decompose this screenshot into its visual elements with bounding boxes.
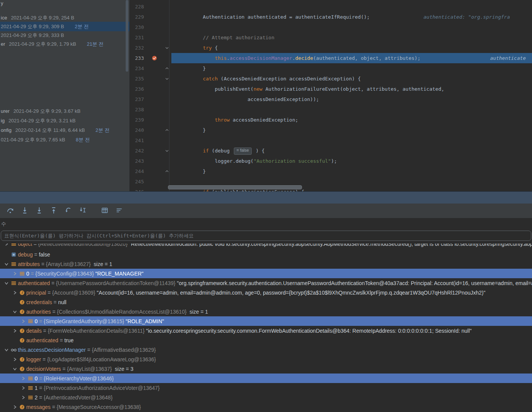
line-number[interactable]: 235 bbox=[130, 74, 146, 84]
variable-row[interactable]: flogger = {LogAdapter$Slf4jLocationAware… bbox=[0, 354, 532, 364]
code-text[interactable] bbox=[171, 104, 532, 115]
expander-right-icon[interactable] bbox=[11, 291, 18, 295]
line-number[interactable]: 229 bbox=[130, 12, 146, 22]
variable-row[interactable]: 0 = {SecurityConfig@13643} "ROLE_MANAGER… bbox=[0, 269, 532, 278]
variable-row[interactable]: fcredentials = null bbox=[0, 297, 532, 307]
variable-row[interactable]: 0 = {SimpleGrantedAuthority@13615} "ROLE… bbox=[0, 316, 532, 326]
expander-down-icon[interactable] bbox=[3, 281, 10, 285]
expander-right-icon[interactable] bbox=[11, 405, 18, 409]
expander-right-icon[interactable] bbox=[3, 244, 10, 246]
file-row[interactable]: er2021-04-29 오후 9:29, 1.79 kB21분 전 bbox=[0, 39, 129, 49]
step-out-button[interactable] bbox=[49, 206, 59, 216]
drop-frame-button[interactable] bbox=[63, 206, 73, 216]
file-row[interactable]: ig2021-04-29 오후 9:29, 3.21 kB bbox=[0, 116, 129, 125]
expander-right-icon[interactable] bbox=[11, 329, 18, 333]
variable-row[interactable]: fdecisionVoters = {ArrayList@13637} size… bbox=[0, 364, 532, 374]
variable-row[interactable]: fmessages = {MessageSourceAccessor@13638… bbox=[0, 402, 532, 412]
variable-row[interactable]: authenticated = {UsernamePasswordAuthent… bbox=[0, 278, 532, 288]
force-step-into-button[interactable] bbox=[34, 206, 44, 216]
expander-down-icon[interactable] bbox=[11, 367, 18, 371]
expander-right-icon[interactable] bbox=[20, 386, 27, 390]
variable-row[interactable]: attributes = {ArrayList@13627} size = 1 bbox=[0, 259, 532, 269]
variable-row[interactable]: fauthenticated = true bbox=[0, 335, 532, 345]
fold-close-icon[interactable] bbox=[162, 166, 171, 176]
code-text[interactable]: accessDeniedException)); bbox=[171, 94, 532, 104]
line-number[interactable]: 244 bbox=[130, 166, 146, 176]
code-text[interactable]: catch (AccessDeniedException accessDenie… bbox=[171, 74, 532, 84]
expander-down-icon[interactable] bbox=[3, 348, 10, 352]
fold-open-icon[interactable] bbox=[162, 43, 171, 53]
expander-right-icon[interactable] bbox=[20, 319, 27, 323]
run-to-cursor-button[interactable] bbox=[78, 206, 88, 216]
code-text[interactable]: try { bbox=[171, 43, 532, 53]
file-panel-scrollbar[interactable] bbox=[126, 0, 128, 72]
code-text[interactable]: } bbox=[171, 166, 532, 176]
variable-name: credentials bbox=[26, 299, 52, 305]
code-text[interactable] bbox=[171, 22, 532, 32]
code-text[interactable]: throw accessDeniedException; bbox=[171, 115, 532, 125]
file-row[interactable]: ice2021-04-29 오후 9:29, 254 B bbox=[0, 13, 129, 22]
line-number[interactable]: 238 bbox=[130, 104, 146, 115]
variable-row[interactable]: 2 = {AuthenticatedVoter@13648} bbox=[0, 393, 532, 402]
line-number[interactable]: 241 bbox=[130, 135, 146, 146]
line-number[interactable]: 236 bbox=[130, 84, 146, 94]
line-number[interactable]: 243 bbox=[130, 156, 146, 166]
line-number[interactable]: 239 bbox=[130, 115, 146, 125]
code-text[interactable]: Authentication authenticated = authentic… bbox=[171, 12, 532, 22]
code-text[interactable]: // Attempt authorization bbox=[171, 32, 532, 43]
line-number[interactable]: 245 bbox=[130, 176, 146, 187]
file-row[interactable]: onfig2022-02-14 오후 11:49, 6.44 kB2분 전 bbox=[0, 125, 129, 135]
editor-horizontal-scrollbar[interactable] bbox=[168, 185, 302, 189]
variable-row[interactable]: debug = false bbox=[0, 250, 532, 259]
variable-row[interactable]: fauthorities = {Collections$Unmodifiable… bbox=[0, 307, 532, 316]
line-number[interactable]: 228 bbox=[130, 2, 146, 12]
expander-down-icon[interactable] bbox=[3, 262, 10, 266]
file-row[interactable]: 2021-04-29 오후 9:29, 333 B bbox=[0, 30, 129, 40]
variable-row[interactable]: 0 = {RoleHierarchyVoter@13646} bbox=[0, 374, 532, 383]
code-text[interactable]: logger.debug("Authorization successful")… bbox=[171, 156, 532, 166]
evaluate-expression-input[interactable]: 표현식(Enter)을(를) 평가하거나 감시(Ctrl+Shift+Enter… bbox=[1, 231, 531, 241]
code-editor[interactable]: 228229 Authentication authenticated = au… bbox=[130, 0, 532, 191]
fold-close-icon[interactable] bbox=[162, 125, 171, 135]
code-text[interactable]: } bbox=[171, 125, 532, 135]
code-text[interactable]: this.accessDecisionManager.decide(authen… bbox=[171, 53, 532, 63]
line-number[interactable]: 232 bbox=[130, 43, 146, 53]
step-over-button[interactable] bbox=[5, 206, 15, 216]
fold-open-icon[interactable] bbox=[162, 146, 171, 156]
variable-row[interactable]: this.accessDecisionManager = {Affirmativ… bbox=[0, 345, 532, 354]
expander-right-icon[interactable] bbox=[20, 396, 27, 399]
code-text[interactable]: } bbox=[171, 63, 532, 74]
breakpoint-verified-icon[interactable] bbox=[146, 53, 162, 63]
view-as-table-button[interactable] bbox=[100, 206, 110, 216]
variable-row[interactable]: fdetails = {FormWebAuthenticationDetails… bbox=[0, 326, 532, 335]
variable-row[interactable]: 1 = {PreInvocationAuthorizationAdviceVot… bbox=[0, 383, 532, 393]
expander-down-icon[interactable] bbox=[11, 310, 18, 314]
fold-close-icon[interactable] bbox=[162, 63, 171, 74]
code-text[interactable] bbox=[171, 135, 532, 146]
step-into-button[interactable] bbox=[20, 206, 30, 216]
line-number[interactable]: 233 bbox=[130, 53, 146, 63]
code-text[interactable] bbox=[171, 2, 532, 12]
line-number[interactable]: 230 bbox=[130, 22, 146, 32]
line-number[interactable]: 242 bbox=[130, 146, 146, 156]
file-row[interactable]: urer2021-04-29 오후 9:29, 3.67 kB bbox=[0, 106, 129, 116]
expander-right-icon[interactable] bbox=[11, 272, 18, 276]
line-number[interactable]: 240 bbox=[130, 125, 146, 135]
file-row[interactable]: y bbox=[0, 0, 129, 8]
fold-open-icon[interactable] bbox=[162, 74, 171, 84]
editor-line: 239 throw accessDeniedException; bbox=[130, 115, 532, 125]
expander-right-icon[interactable] bbox=[20, 377, 27, 380]
file-row[interactable]: 2021-04-29 오후 9:29, 309 B2분 전 bbox=[0, 22, 129, 31]
expander-right-icon[interactable] bbox=[11, 357, 18, 361]
file-row[interactable]: 021-04-29 오후 9:29, 7.65 kB8분 전 bbox=[0, 135, 129, 144]
line-number[interactable]: 246 bbox=[130, 187, 146, 191]
line-number[interactable]: 237 bbox=[130, 94, 146, 104]
variable-row[interactable]: object = {ReflectiveMethodInvocation@136… bbox=[0, 244, 532, 250]
code-text[interactable]: if (debug = false ) { bbox=[171, 146, 532, 156]
code-text[interactable]: publishEvent(new AuthorizationFailureEve… bbox=[171, 84, 532, 94]
variable-row[interactable]: fprincipal = {Account@13609} "Account(id… bbox=[0, 288, 532, 297]
line-number[interactable]: 231 bbox=[130, 32, 146, 43]
layout-settings-button[interactable] bbox=[114, 206, 124, 216]
line-number[interactable]: 234 bbox=[130, 63, 146, 74]
gutter-space bbox=[146, 2, 162, 12]
